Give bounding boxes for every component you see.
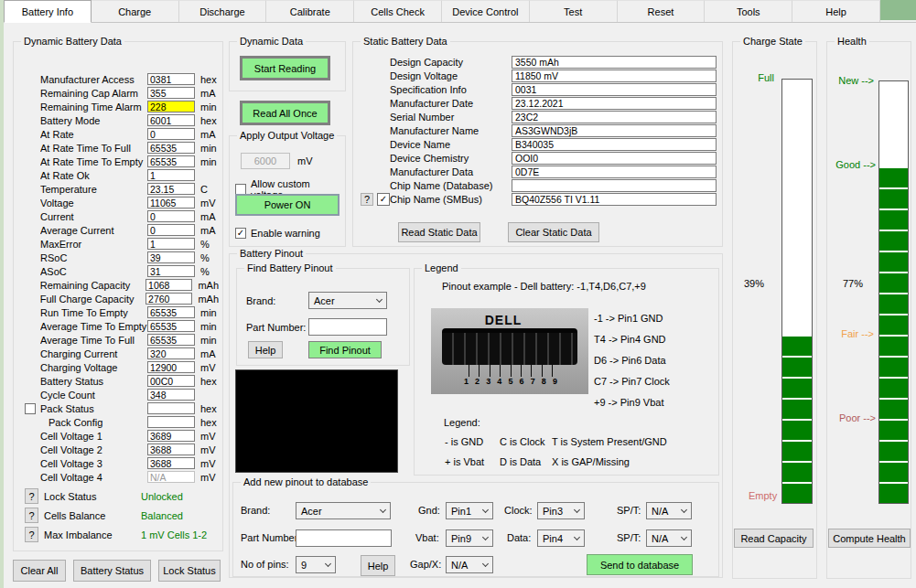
find-help-button[interactable]: Help <box>248 341 283 358</box>
row-value-field[interactable]: 65535 <box>147 306 195 318</box>
tab[interactable]: Calibrate <box>266 0 354 22</box>
row-value-field[interactable]: 23C2 <box>512 111 717 123</box>
dynamic-data-row: Charging Current 320 mA <box>25 347 219 360</box>
row-value-field[interactable]: 3688 <box>147 444 195 455</box>
row-value-field[interactable]: 0D7E <box>512 166 717 178</box>
tab[interactable]: Cells Check <box>354 0 442 22</box>
pin-tick-marks <box>469 365 553 377</box>
clear-static-data-button[interactable]: Clear Static Data <box>508 222 599 242</box>
row-value-field[interactable]: 6001 <box>147 114 195 126</box>
tab[interactable]: Tools <box>705 0 792 22</box>
tab[interactable]: Charge <box>92 0 179 22</box>
add-help-button[interactable]: Help <box>361 555 395 576</box>
spt-select[interactable]: N/A <box>646 502 692 519</box>
power-on-button[interactable]: Power ON <box>235 194 339 216</box>
row-value-field[interactable]: 3550 mAh <box>512 56 717 69</box>
enable-warning-checkbox[interactable] <box>235 228 246 239</box>
row-value-field[interactable]: 65535 <box>147 155 195 167</box>
row-value-field[interactable]: 23.12.2021 <box>512 97 717 110</box>
row-value-field[interactable]: 3689 <box>147 430 195 442</box>
row-value-field[interactable]: 228 <box>147 101 195 112</box>
row-value-field[interactable]: 1068 <box>145 279 192 291</box>
row-value-field[interactable]: 320 <box>147 347 195 359</box>
help-button[interactable]: ? <box>25 508 38 523</box>
row-value-field[interactable]: 355 <box>147 87 195 99</box>
row-prefix <box>25 266 40 277</box>
row-value-field[interactable] <box>512 179 717 192</box>
row-value-field[interactable]: 2760 <box>145 293 192 305</box>
row-prefix <box>361 69 390 82</box>
row-value-field[interactable] <box>147 416 195 428</box>
pack-status-checkbox[interactable] <box>25 403 36 414</box>
row-label: Cell Voltage 1 <box>40 431 147 442</box>
brand-selected-value: Acer <box>314 295 335 306</box>
help-button[interactable]: ? <box>25 527 38 542</box>
row-value-field[interactable]: 65535 <box>147 334 195 346</box>
vbat-select[interactable]: Pin9 <box>446 529 493 547</box>
part-number-input[interactable] <box>308 318 387 336</box>
tab[interactable]: Discharge <box>179 0 267 22</box>
health-level-fill <box>879 166 908 503</box>
row-value-field[interactable]: 1 <box>147 238 195 250</box>
row-unit: min <box>200 143 217 154</box>
pin-mapping-line: C7 -> Pin7 Clock <box>594 376 670 397</box>
brand-select[interactable]: Acer <box>296 502 391 519</box>
dynamic-data-row: Remaining Cap Alarm 355 mA <box>25 86 219 100</box>
start-reading-button[interactable]: Start Reading <box>240 56 330 80</box>
smbus-checkbox[interactable] <box>377 193 390 206</box>
row-value-field[interactable]: BQ40Z556 TI V1.11 <box>512 193 717 206</box>
row-prefix <box>361 97 390 110</box>
dynamic-data-row: Pack Status hex <box>25 401 219 415</box>
read-capacity-button[interactable]: Read Capacity <box>734 529 814 548</box>
brand-select[interactable]: Acer <box>308 292 387 309</box>
row-value-field[interactable]: 0 <box>147 210 195 222</box>
read-static-data-button[interactable]: Read Static Data <box>398 222 480 242</box>
find-pinout-button[interactable]: Find Pinout <box>308 341 382 358</box>
battery-status-button[interactable]: Battery Status <box>73 560 151 582</box>
help-button[interactable]: ? <box>361 193 373 206</box>
help-button[interactable]: ? <box>25 488 38 504</box>
row-value-field[interactable]: 0031 <box>512 83 717 96</box>
row-unit: mA <box>200 211 216 222</box>
row-value-field[interactable]: 0381 <box>147 73 195 85</box>
lock-status-button[interactable]: Lock Status <box>158 560 221 582</box>
gap-select[interactable]: N/A <box>446 556 493 573</box>
row-value-field[interactable]: 65535 <box>147 320 195 332</box>
row-value-field[interactable]: N/A <box>147 471 195 483</box>
row-value-field[interactable]: 11065 <box>147 197 195 208</box>
row-value-field[interactable]: 1 <box>147 169 195 181</box>
read-all-once-button[interactable]: Read All Once <box>240 101 330 125</box>
row-value-field[interactable]: 00C0 <box>147 375 195 387</box>
clear-all-button[interactable]: Clear All <box>13 560 66 582</box>
compute-health-button[interactable]: Compute Health <box>828 529 911 548</box>
row-value-field[interactable]: AS3GWND3jB <box>512 124 717 137</box>
tab[interactable]: Reset <box>618 0 706 22</box>
row-value-field[interactable]: 39 <box>147 251 195 263</box>
row-value-field[interactable]: OOI0 <box>512 152 717 165</box>
row-value-field[interactable]: 11850 mV <box>512 69 717 82</box>
row-value-field[interactable]: 348 <box>147 389 195 401</box>
row-value-field[interactable]: 12900 <box>147 361 195 373</box>
row-prefix <box>25 390 40 401</box>
row-value-field[interactable]: 23.15 <box>147 183 195 195</box>
tab[interactable]: Help <box>792 0 880 22</box>
tab[interactable]: Battery Info <box>4 0 92 23</box>
row-value-field[interactable]: B340035 <box>512 138 717 151</box>
row-value-field[interactable]: 0 <box>147 128 195 140</box>
spt-select[interactable]: N/A <box>646 529 692 547</box>
row-value-field[interactable] <box>147 402 195 414</box>
voltage-input[interactable]: 6000 <box>241 153 290 169</box>
clock-select[interactable]: Pin3 <box>537 502 585 519</box>
part-number-input[interactable] <box>296 529 392 547</box>
row-value-field[interactable]: 65535 <box>147 142 195 154</box>
charge-percent-label: 39% <box>744 278 764 289</box>
row-value-field[interactable]: 0 <box>147 224 195 236</box>
row-value-field[interactable]: 31 <box>147 265 195 277</box>
tab[interactable]: Device Control <box>442 0 530 22</box>
data-select[interactable]: Pin4 <box>537 529 585 547</box>
no-of-pins-select[interactable]: 9 <box>296 556 336 573</box>
tab[interactable]: Test <box>530 0 618 22</box>
gnd-select[interactable]: Pin1 <box>446 502 493 519</box>
row-value-field[interactable]: 3688 <box>147 457 195 469</box>
send-to-database-button[interactable]: Send to database <box>587 554 693 575</box>
